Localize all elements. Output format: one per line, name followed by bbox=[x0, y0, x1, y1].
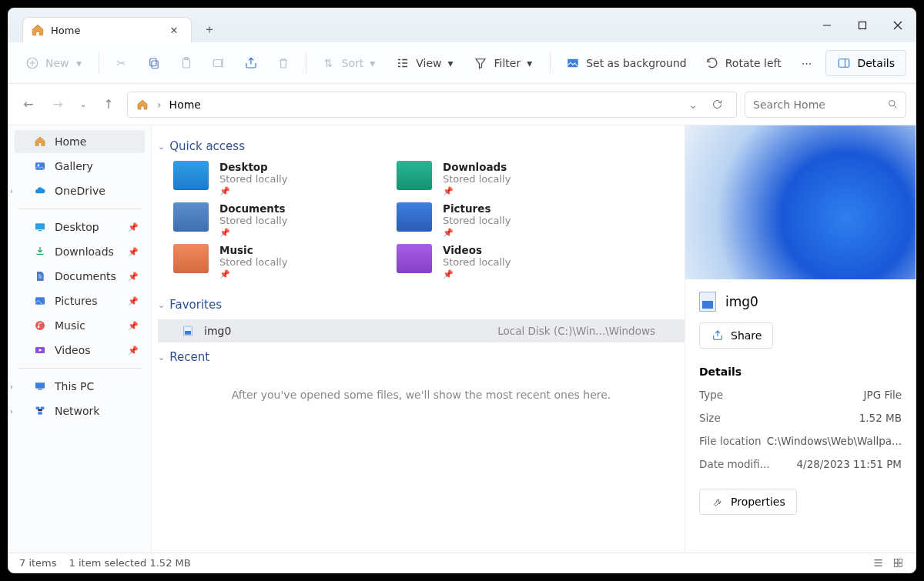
new-tab-button[interactable]: ＋ bbox=[196, 17, 223, 42]
close-window-button[interactable] bbox=[880, 8, 916, 42]
up-button[interactable]: ↑ bbox=[98, 94, 119, 115]
scissors-icon: ✂ bbox=[115, 56, 129, 70]
details-pane: img0 Share Details TypeJPG File Size1.52… bbox=[685, 125, 916, 553]
recent-locations-button[interactable]: ⌄ bbox=[76, 94, 90, 115]
cut-button[interactable]: ✂ bbox=[107, 49, 136, 77]
sidebar-item-pictures[interactable]: Pictures📌 bbox=[15, 289, 145, 312]
svg-point-18 bbox=[35, 321, 45, 330]
search-box[interactable] bbox=[745, 92, 906, 118]
share-button[interactable] bbox=[236, 49, 266, 77]
wrench-icon bbox=[711, 495, 725, 509]
rotate-left-button[interactable]: Rotate left bbox=[698, 49, 789, 77]
sidebar-item-home[interactable]: Home bbox=[15, 130, 145, 153]
refresh-button[interactable] bbox=[705, 99, 728, 110]
section-recent[interactable]: ⌄Recent bbox=[158, 350, 685, 364]
share-button[interactable]: Share bbox=[699, 322, 773, 349]
new-button[interactable]: New ▾ bbox=[18, 49, 91, 77]
rotate-icon bbox=[705, 56, 719, 70]
set-background-button[interactable]: Set as background bbox=[558, 49, 695, 77]
sidebar-item-music[interactable]: Music📌 bbox=[15, 314, 145, 337]
pin-icon: 📌 bbox=[128, 247, 139, 257]
qa-music[interactable]: MusicStored locally📌 bbox=[173, 244, 373, 279]
close-tab-icon[interactable]: ✕ bbox=[168, 24, 180, 36]
sidebar-item-network[interactable]: ›Network bbox=[15, 399, 145, 422]
sort-icon: ⇅ bbox=[322, 56, 336, 70]
copy-button[interactable] bbox=[139, 49, 169, 77]
maximize-button[interactable] bbox=[845, 8, 880, 42]
tab-strip: Home ✕ ＋ bbox=[8, 8, 223, 42]
forward-button[interactable]: → bbox=[47, 94, 69, 115]
chevron-right-icon[interactable]: › bbox=[10, 382, 13, 391]
sort-button[interactable]: ⇅Sort▾ bbox=[314, 49, 386, 77]
svg-rect-31 bbox=[899, 563, 902, 566]
svg-rect-1 bbox=[859, 22, 866, 29]
breadcrumb-home[interactable]: Home bbox=[169, 99, 201, 111]
svg-rect-4 bbox=[149, 58, 156, 66]
properties-button[interactable]: Properties bbox=[699, 489, 797, 515]
chevron-down-icon[interactable]: ⌄ bbox=[688, 99, 698, 111]
qa-desktop[interactable]: DesktopStored locally📌 bbox=[173, 161, 373, 196]
list-view-icon[interactable] bbox=[871, 556, 885, 570]
network-icon bbox=[33, 404, 47, 418]
svg-rect-25 bbox=[38, 412, 42, 414]
back-button[interactable]: ← bbox=[18, 94, 39, 115]
image-file-icon bbox=[181, 324, 195, 338]
filter-button[interactable]: Filter▾ bbox=[466, 49, 542, 77]
more-button[interactable]: ⋯ bbox=[792, 49, 822, 77]
folder-icon bbox=[397, 244, 432, 273]
svg-rect-30 bbox=[894, 563, 897, 566]
sidebar-item-videos[interactable]: Videos📌 bbox=[15, 339, 145, 362]
sidebar-item-downloads[interactable]: Downloads📌 bbox=[15, 240, 145, 263]
sidebar-item-onedrive[interactable]: ›OneDrive bbox=[15, 179, 145, 202]
qa-pictures[interactable]: PicturesStored locally📌 bbox=[397, 202, 597, 238]
svg-rect-15 bbox=[35, 223, 45, 229]
pin-icon: 📌 bbox=[219, 269, 287, 279]
explorer-window: Home ✕ ＋ New ▾ ✂ ⇅Sort▾ View▾ Filter▾ Se… bbox=[8, 8, 916, 573]
preview-thumbnail bbox=[685, 125, 916, 279]
svg-rect-9 bbox=[839, 58, 850, 67]
sidebar-item-gallery[interactable]: Gallery bbox=[15, 155, 145, 178]
detail-modified: Date modifi...4/28/2023 11:51 PM bbox=[699, 458, 902, 470]
svg-rect-22 bbox=[38, 389, 42, 389]
home-icon bbox=[33, 135, 47, 149]
section-favorites[interactable]: ⌄Favorites bbox=[158, 298, 685, 312]
paste-button[interactable] bbox=[172, 49, 201, 77]
view-button[interactable]: View▾ bbox=[388, 49, 463, 77]
detail-location: File locationC:\Windows\Web\Wallpa... bbox=[699, 435, 902, 447]
section-quick-access[interactable]: ⌄Quick access bbox=[158, 139, 685, 153]
address-bar[interactable]: › Home ⌄ bbox=[127, 92, 737, 118]
details-pane-icon bbox=[837, 56, 851, 70]
view-icon bbox=[396, 56, 410, 70]
preview-file-row: img0 bbox=[699, 292, 902, 312]
delete-button[interactable] bbox=[269, 49, 298, 77]
chevron-right-icon[interactable]: › bbox=[10, 187, 13, 195]
sidebar-item-desktop[interactable]: Desktop📌 bbox=[15, 215, 145, 239]
details-pane-toggle[interactable]: Details bbox=[825, 50, 906, 76]
tab-home[interactable]: Home ✕ bbox=[22, 17, 192, 42]
share-icon bbox=[244, 56, 258, 70]
quick-access-grid: DesktopStored locally📌 DownloadsStored l… bbox=[173, 161, 685, 279]
favorite-item-img0[interactable]: img0 Local Disk (C:)\Win...\Windows bbox=[158, 319, 685, 342]
grid-view-icon[interactable] bbox=[891, 556, 905, 570]
svg-rect-29 bbox=[899, 559, 902, 563]
minimize-button[interactable] bbox=[809, 8, 845, 42]
sidebar: Home Gallery ›OneDrive Desktop📌 Download… bbox=[8, 125, 152, 553]
qa-documents[interactable]: DocumentsStored locally📌 bbox=[173, 202, 373, 238]
rename-button[interactable] bbox=[204, 49, 233, 77]
chevron-right-icon[interactable]: › bbox=[10, 407, 13, 416]
search-input[interactable] bbox=[753, 99, 887, 111]
sidebar-item-this-pc[interactable]: ›This PC bbox=[15, 375, 145, 398]
preview-filename: img0 bbox=[725, 294, 758, 309]
pin-icon: 📌 bbox=[443, 186, 511, 196]
qa-videos[interactable]: VideosStored locally📌 bbox=[397, 244, 597, 279]
sidebar-item-documents[interactable]: Documents📌 bbox=[15, 265, 145, 288]
qa-downloads[interactable]: DownloadsStored locally📌 bbox=[397, 161, 597, 196]
gallery-icon bbox=[33, 159, 47, 173]
folder-icon bbox=[397, 161, 432, 190]
chevron-down-icon: ▾ bbox=[75, 56, 83, 70]
pin-icon: 📌 bbox=[128, 321, 139, 331]
image-file-icon bbox=[699, 292, 716, 312]
svg-rect-23 bbox=[36, 407, 40, 409]
detail-type: TypeJPG File bbox=[699, 389, 902, 401]
svg-point-11 bbox=[889, 101, 896, 107]
